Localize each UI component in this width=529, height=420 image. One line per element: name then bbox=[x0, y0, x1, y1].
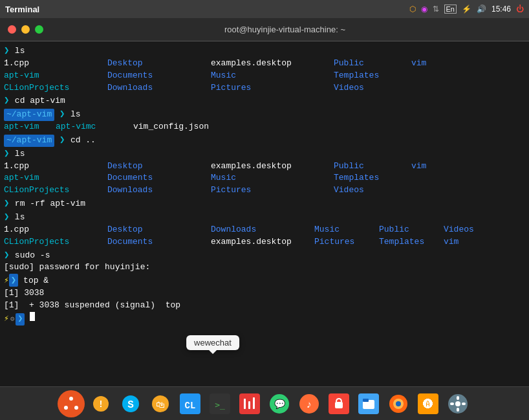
svg-rect-34 bbox=[457, 396, 459, 400]
job-output: [1] 3038 bbox=[4, 287, 525, 300]
svg-text:>_: >_ bbox=[215, 400, 225, 410]
svg-point-1 bbox=[69, 397, 73, 401]
svg-point-3 bbox=[74, 406, 78, 410]
firefox-taskbar-icon[interactable] bbox=[385, 390, 412, 417]
system-settings-taskbar-icon[interactable] bbox=[444, 390, 471, 417]
deepin-taskbar-icon[interactable]: 🛍 bbox=[147, 390, 174, 417]
gear-icon: ⚙ bbox=[10, 315, 15, 325]
topbar-right: ⬡ ◉ ⇅ En ⚡ 🔊 15:46 ⏻ bbox=[409, 5, 524, 14]
terminal-taskbar-icon[interactable]: >_ bbox=[206, 390, 233, 417]
mixer-taskbar-icon[interactable] bbox=[236, 390, 263, 417]
terminal-line: ⚡ ❯ top & bbox=[4, 274, 525, 287]
files-taskbar-icon[interactable] bbox=[355, 390, 382, 417]
svg-text:🅐: 🅐 bbox=[423, 399, 433, 411]
taskbar: wewechat ! S 🛍 CL bbox=[0, 386, 529, 420]
svg-text:CL: CL bbox=[185, 401, 196, 411]
music-icon: ♪ bbox=[299, 393, 319, 414]
volume-icon[interactable]: 🔊 bbox=[477, 5, 486, 14]
indicator-icon[interactable]: ◉ bbox=[421, 5, 427, 14]
ubuntu-taskbar-icon[interactable] bbox=[58, 390, 85, 417]
terminal-line: ❯ rm -rf apt-vim bbox=[4, 197, 525, 210]
file-list-row: CLionProjects Downloads Pictures Videos bbox=[4, 82, 525, 94]
file-list-row: 1.cpp Desktop Downloads Music Public Vid… bbox=[4, 224, 525, 236]
svg-text:🛍: 🛍 bbox=[156, 400, 165, 410]
profile-icon[interactable]: ⬡ bbox=[409, 5, 416, 14]
svg-text:S: S bbox=[127, 399, 134, 411]
music-taskbar-icon[interactable]: ♪ bbox=[296, 390, 323, 417]
svg-rect-36 bbox=[450, 403, 454, 405]
terminal-line: ❯ ls bbox=[4, 147, 525, 160]
file-list-row: apt-vim Documents Music Templates bbox=[4, 172, 525, 184]
terminal-line: ❯ sudo -s bbox=[4, 249, 525, 262]
files-icon bbox=[358, 393, 379, 414]
appstore-taskbar-icon[interactable]: 🅐 bbox=[415, 390, 442, 417]
terminal-body[interactable]: ❯ ls 1.cpp Desktop examples.desktop Publ… bbox=[0, 41, 529, 386]
topbar-left: Terminal bbox=[5, 5, 39, 14]
minimize-button[interactable] bbox=[21, 25, 30, 34]
deepin-icon: 🛍 bbox=[151, 395, 169, 413]
keyboard-icon[interactable]: En bbox=[444, 5, 457, 14]
file-list-row: apt-vim Documents Music Templates bbox=[4, 70, 525, 82]
svg-rect-17 bbox=[253, 397, 255, 409]
mixer-icon bbox=[239, 393, 260, 414]
appstore-icon: 🅐 bbox=[418, 393, 438, 414]
svg-point-29 bbox=[396, 401, 401, 406]
svg-rect-16 bbox=[248, 401, 250, 409]
svg-rect-26 bbox=[363, 399, 369, 402]
ubuntu-icon bbox=[63, 395, 80, 412]
sync-icon[interactable]: ⇅ bbox=[433, 5, 439, 14]
svg-text:!: ! bbox=[98, 399, 103, 410]
svg-text:💬: 💬 bbox=[274, 399, 286, 410]
svg-point-33 bbox=[455, 401, 460, 406]
indicator1-icon: ! bbox=[92, 395, 110, 413]
sudo-password-prompt: [sudo] password for huyinjie: bbox=[4, 261, 525, 274]
terminal-icon: >_ bbox=[210, 393, 230, 414]
active-prompt[interactable]: ⚡ ⚙ ❯ bbox=[4, 312, 525, 326]
terminal-line: ❯ cd apt-vim bbox=[4, 94, 525, 107]
file-list-row: 1.cpp Desktop examples.desktop Public vi… bbox=[4, 58, 525, 70]
clock: 15:46 bbox=[491, 5, 511, 14]
bag-taskbar-icon[interactable] bbox=[325, 390, 352, 417]
app-title: Terminal bbox=[5, 5, 39, 14]
clion-icon: CL bbox=[180, 393, 200, 414]
terminal-cursor bbox=[30, 312, 35, 321]
skype-icon: S bbox=[122, 395, 140, 413]
window-title: root@huyinjie-virtual-machine: ~ bbox=[49, 25, 521, 34]
svg-point-2 bbox=[64, 406, 68, 410]
file-list-row: apt-vim apt-vimc vim_config.json bbox=[4, 121, 525, 133]
file-list-row: CLionProjects Downloads Pictures Videos bbox=[4, 184, 525, 197]
bag-icon bbox=[329, 393, 349, 414]
svg-rect-15 bbox=[244, 399, 246, 409]
system-settings-icon bbox=[448, 393, 468, 414]
wewechat-icon: 💬 bbox=[269, 393, 290, 414]
indicator1-taskbar-icon[interactable]: ! bbox=[87, 390, 114, 417]
file-list-row: 1.cpp Desktop examples.desktop Public vi… bbox=[4, 160, 525, 173]
system-topbar: Terminal ⬡ ◉ ⇅ En ⚡ 🔊 15:46 ⏻ bbox=[0, 0, 529, 18]
svg-rect-23 bbox=[335, 402, 343, 408]
terminal-line: ~/apt-vim ❯ cd .. bbox=[4, 133, 525, 147]
firefox-icon bbox=[388, 393, 409, 414]
terminal-line: ❯ ls bbox=[4, 210, 525, 224]
job-suspended: [1] + 3038 suspended (signal) top bbox=[4, 300, 525, 312]
maximize-button[interactable] bbox=[35, 25, 43, 34]
terminal-line: ❯ ls bbox=[4, 44, 525, 58]
svg-text:♪: ♪ bbox=[306, 399, 312, 411]
prompt-arrow: ❯ bbox=[4, 44, 15, 57]
close-button[interactable] bbox=[8, 25, 16, 34]
clion-taskbar-icon[interactable]: CL bbox=[177, 390, 204, 417]
file-list-row: CLionProjects Documents examples.desktop… bbox=[4, 236, 525, 249]
skype-taskbar-icon[interactable]: S bbox=[117, 390, 144, 417]
bluetooth-icon[interactable]: ⚡ bbox=[462, 5, 471, 14]
window-chrome: root@huyinjie-virtual-machine: ~ bbox=[0, 18, 529, 41]
svg-rect-37 bbox=[462, 403, 466, 405]
wewechat-taskbar-icon[interactable]: 💬 bbox=[266, 390, 293, 417]
svg-rect-35 bbox=[457, 408, 459, 412]
terminal-line: ~/apt-vim ❯ ls bbox=[4, 107, 525, 121]
power-icon[interactable]: ⏻ bbox=[516, 5, 524, 14]
